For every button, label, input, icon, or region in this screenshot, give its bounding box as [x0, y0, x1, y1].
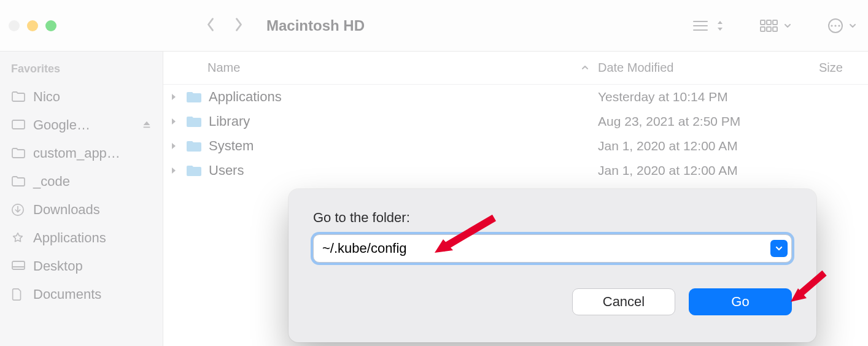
folder-icon: [185, 90, 203, 104]
svg-rect-6: [761, 27, 765, 31]
file-date: Yesterday at 10:14 PM: [598, 90, 819, 104]
svg-rect-8: [773, 27, 777, 31]
view-list-button[interactable]: [692, 19, 724, 33]
file-date: Aug 23, 2021 at 2:50 PM: [598, 114, 819, 129]
sidebar-item-custom-app[interactable]: custom_app…: [6, 139, 157, 167]
sidebar-item-nico[interactable]: Nico: [6, 83, 157, 111]
window-toolbar: Macintosh HD: [0, 0, 868, 52]
folder-icon: [185, 164, 203, 177]
svg-rect-5: [773, 20, 777, 25]
file-row[interactable]: Applications Yesterday at 10:14 PM: [163, 85, 868, 109]
go-button-label: Go: [731, 294, 749, 310]
svg-rect-4: [767, 20, 771, 25]
forward-button[interactable]: [234, 17, 246, 34]
nav-back-forward: [206, 17, 246, 34]
cancel-button-label: Cancel: [603, 294, 645, 310]
dropdown-toggle[interactable]: [770, 240, 788, 257]
traffic-lights: [9, 20, 56, 31]
sidebar-item-label: Desktop: [33, 258, 83, 274]
go-to-folder-sheet: Go to the folder: Cancel Go: [289, 189, 816, 342]
svg-rect-7: [767, 27, 771, 31]
path-input[interactable]: [322, 240, 770, 256]
cancel-button[interactable]: Cancel: [572, 288, 675, 315]
sidebar-item-desktop[interactable]: Desktop: [6, 252, 157, 280]
sidebar-item-label: custom_app…: [33, 145, 120, 161]
column-date-header[interactable]: Date Modified: [598, 61, 819, 75]
download-icon: [11, 203, 26, 217]
sidebar-item-label: _code: [33, 174, 70, 190]
window-title: Macintosh HD: [266, 17, 365, 34]
disclosure-triangle-icon[interactable]: [171, 163, 179, 179]
disclosure-triangle-icon[interactable]: [171, 89, 179, 105]
eject-icon[interactable]: [142, 117, 152, 133]
svg-point-11: [834, 25, 836, 26]
sidebar-item-label: Applications: [33, 230, 106, 246]
desktop-icon: [11, 260, 26, 273]
window-minimize-button[interactable]: [27, 20, 38, 31]
sidebar-item-label: Documents: [33, 286, 101, 302]
sort-ascending-icon[interactable]: [581, 61, 589, 75]
sidebar-section-header: Favorites: [6, 59, 157, 83]
applications-icon: [11, 231, 26, 245]
back-button[interactable]: [206, 17, 217, 34]
folder-icon: [11, 90, 26, 104]
sidebar-item-applications[interactable]: Applications: [6, 224, 157, 252]
column-size-header[interactable]: Size: [819, 61, 856, 75]
file-date: Jan 1, 2020 at 12:00 AM: [598, 163, 819, 178]
disclosure-triangle-icon[interactable]: [171, 113, 179, 129]
window-close-button[interactable]: [9, 20, 20, 31]
sidebar-item-google[interactable]: Google…: [6, 111, 157, 139]
file-name: Library: [209, 113, 250, 129]
drive-icon: [11, 118, 26, 132]
svg-rect-16: [12, 261, 25, 269]
folder-icon: [185, 139, 203, 153]
sidebar: Favorites Nico Google… custom_app…: [0, 52, 163, 346]
disclosure-triangle-icon[interactable]: [171, 138, 179, 154]
file-row[interactable]: Library Aug 23, 2021 at 2:50 PM: [163, 109, 868, 134]
file-name: Users: [209, 163, 244, 179]
action-menu-button[interactable]: [827, 18, 857, 34]
go-button[interactable]: Go: [689, 288, 792, 315]
document-icon: [11, 288, 26, 301]
window-zoom-button[interactable]: [45, 20, 56, 31]
file-row[interactable]: System Jan 1, 2020 at 12:00 AM: [163, 134, 868, 158]
svg-rect-3: [761, 20, 765, 25]
sheet-prompt-label: Go to the folder:: [313, 210, 792, 226]
folder-icon: [11, 175, 26, 188]
file-row[interactable]: Users Jan 1, 2020 at 12:00 AM: [163, 158, 868, 183]
column-name-header[interactable]: Name: [207, 61, 240, 75]
folder-icon: [185, 115, 203, 128]
path-combobox[interactable]: [313, 234, 792, 263]
file-name: Applications: [209, 89, 282, 105]
svg-point-12: [838, 25, 840, 26]
svg-point-10: [831, 25, 832, 26]
file-date: Jan 1, 2020 at 12:00 AM: [598, 139, 819, 153]
sidebar-item-label: Nico: [33, 89, 60, 105]
sidebar-item-label: Downloads: [33, 202, 100, 218]
sidebar-item-label: Google…: [33, 117, 90, 133]
svg-rect-13: [12, 120, 25, 129]
column-headers: Name Date Modified Size: [163, 52, 868, 85]
sidebar-item-code[interactable]: _code: [6, 167, 157, 196]
sidebar-item-downloads[interactable]: Downloads: [6, 196, 157, 224]
file-name: System: [209, 138, 254, 154]
folder-icon: [11, 147, 26, 160]
sidebar-item-documents[interactable]: Documents: [6, 280, 157, 309]
view-group-button[interactable]: [760, 19, 792, 33]
